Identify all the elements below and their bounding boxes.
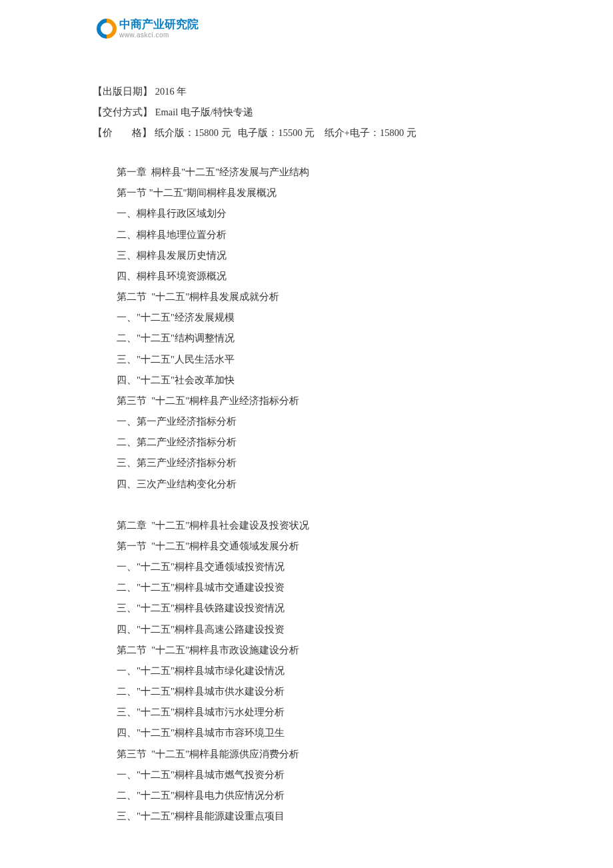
toc-line: 一、"十二五"桐梓县交通领域投资情况 bbox=[117, 557, 309, 577]
toc-line: 第二节 "十二五"桐梓县发展成就分析 bbox=[117, 287, 309, 307]
toc-line: 二、第二产业经济指标分析 bbox=[117, 432, 309, 453]
meta-pub: 【出版日期】 2016 年 bbox=[93, 81, 416, 102]
toc-line: 第一章 桐梓县"十二五"经济发展与产业结构 bbox=[117, 162, 309, 183]
toc-line: 三、"十二五"桐梓县城市污水处理分析 bbox=[117, 702, 309, 723]
logo-cn: 中商产业研究院 bbox=[119, 19, 199, 31]
toc-line: 三、"十二五"桐梓县能源建设重点项目 bbox=[117, 806, 309, 827]
logo-url: www.askci.com bbox=[119, 31, 199, 39]
toc-line: 四、"十二五"桐梓县高速公路建设投资 bbox=[117, 619, 309, 640]
toc-line: 一、"十二五"桐梓县城市绿化建设情况 bbox=[117, 661, 309, 681]
toc-line: 四、三次产业结构变化分析 bbox=[117, 474, 309, 495]
toc-line: 第二章 "十二五"桐梓县社会建设及投资状况 bbox=[117, 515, 309, 536]
meta-price: 【价 格】 纸介版：15800 元 电子版：15500 元 纸介+电子：1580… bbox=[93, 123, 416, 143]
toc-line: 第三节 "十二五"桐梓县产业经济指标分析 bbox=[117, 391, 309, 411]
toc-line: 一、"十二五"经济发展规模 bbox=[117, 307, 309, 328]
toc-line: 四、"十二五"社会改革加快 bbox=[117, 370, 309, 391]
toc-line: 一、"十二五"桐梓县城市燃气投资分析 bbox=[117, 765, 309, 785]
toc-line: 第三节 "十二五"桐梓县能源供应消费分析 bbox=[117, 744, 309, 765]
toc-line: 二、桐梓县地理位置分析 bbox=[117, 225, 309, 245]
toc-line: 二、"十二五"结构调整情况 bbox=[117, 328, 309, 349]
toc-line: 二、"十二五"桐梓县城市交通建设投资 bbox=[117, 577, 309, 598]
toc-line: 第一节 "十二五"期间桐梓县发展概况 bbox=[117, 183, 309, 203]
toc-line: 三、"十二五"桐梓县铁路建设投资情况 bbox=[117, 598, 309, 619]
meta-price-value: 纸介版：15800 元 电子版：15500 元 纸介+电子：15800 元 bbox=[155, 123, 416, 143]
toc-line: 四、"十二五"桐梓县城市市容环境卫生 bbox=[117, 723, 309, 743]
toc-line: 第二节 "十二五"桐梓县市政设施建设分析 bbox=[117, 640, 309, 661]
meta-pub-label: 【出版日期】 bbox=[93, 81, 155, 102]
toc-line: 三、第三产业经济指标分析 bbox=[117, 453, 309, 473]
meta-block: 【出版日期】 2016 年 【交付方式】 Email 电子版/特快专递 【价 格… bbox=[93, 81, 416, 144]
toc-line: 第一节 "十二五"桐梓县交通领域发展分析 bbox=[117, 536, 309, 557]
toc-block: 第一章 桐梓县"十二五"经济发展与产业结构第一节 "十二五"期间桐梓县发展概况一… bbox=[117, 162, 309, 827]
meta-delivery-label: 【交付方式】 bbox=[93, 102, 155, 123]
logo-icon bbox=[97, 19, 117, 39]
toc-line: 一、第一产业经济指标分析 bbox=[117, 411, 309, 432]
logo-text: 中商产业研究院 www.askci.com bbox=[119, 19, 199, 39]
meta-delivery: 【交付方式】 Email 电子版/特快专递 bbox=[93, 102, 416, 123]
meta-delivery-value: Email 电子版/特快专递 bbox=[155, 102, 253, 123]
toc-line: 一、桐梓县行政区域划分 bbox=[117, 203, 309, 224]
toc-line: 四、桐梓县环境资源概况 bbox=[117, 266, 309, 287]
logo: 中商产业研究院 www.askci.com bbox=[97, 19, 199, 39]
toc-line: 三、桐梓县发展历史情况 bbox=[117, 245, 309, 266]
meta-price-label: 【价 格】 bbox=[93, 123, 155, 143]
toc-line: 二、"十二五"桐梓县电力供应情况分析 bbox=[117, 785, 309, 806]
toc-line: 二、"十二五"桐梓县城市供水建设分析 bbox=[117, 681, 309, 702]
toc-line: 三、"十二五"人民生活水平 bbox=[117, 349, 309, 370]
meta-pub-value: 2016 年 bbox=[155, 81, 187, 102]
section-spacer bbox=[117, 495, 309, 515]
